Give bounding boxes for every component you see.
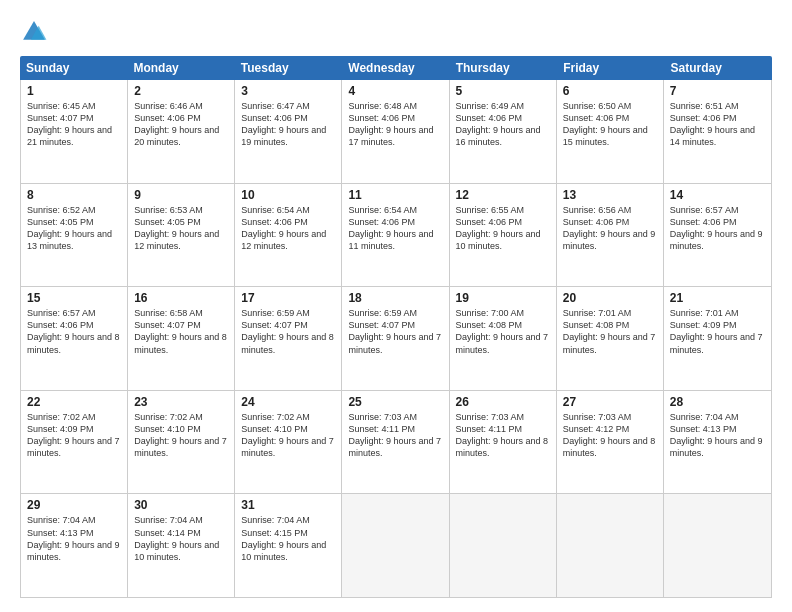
cell-info: Sunrise: 7:04 AMSunset: 4:13 PMDaylight:…: [670, 412, 763, 458]
cell-info: Sunrise: 7:01 AMSunset: 4:09 PMDaylight:…: [670, 308, 763, 354]
cell-info: Sunrise: 7:02 AMSunset: 4:10 PMDaylight:…: [134, 412, 227, 458]
cell-info: Sunrise: 6:59 AMSunset: 4:07 PMDaylight:…: [348, 308, 441, 354]
week-row-3: 15 Sunrise: 6:57 AMSunset: 4:06 PMDaylig…: [21, 287, 771, 391]
day-number: 5: [456, 84, 550, 98]
cell-info: Sunrise: 6:54 AMSunset: 4:06 PMDaylight:…: [241, 205, 326, 251]
page: SundayMondayTuesdayWednesdayThursdayFrid…: [0, 0, 792, 612]
day-number: 29: [27, 498, 121, 512]
day-number: 20: [563, 291, 657, 305]
day-number: 4: [348, 84, 442, 98]
calendar-body: 1 Sunrise: 6:45 AMSunset: 4:07 PMDayligh…: [20, 80, 772, 598]
cell-info: Sunrise: 7:03 AMSunset: 4:12 PMDaylight:…: [563, 412, 656, 458]
cell-info: Sunrise: 6:58 AMSunset: 4:07 PMDaylight:…: [134, 308, 227, 354]
day-cell-30: 30 Sunrise: 7:04 AMSunset: 4:14 PMDaylig…: [128, 494, 235, 597]
day-cell-3: 3 Sunrise: 6:47 AMSunset: 4:06 PMDayligh…: [235, 80, 342, 183]
header-day-tuesday: Tuesday: [235, 56, 342, 80]
logo: [20, 18, 52, 46]
day-number: 26: [456, 395, 550, 409]
calendar-header: SundayMondayTuesdayWednesdayThursdayFrid…: [20, 56, 772, 80]
week-row-1: 1 Sunrise: 6:45 AMSunset: 4:07 PMDayligh…: [21, 80, 771, 184]
day-cell-8: 8 Sunrise: 6:52 AMSunset: 4:05 PMDayligh…: [21, 184, 128, 287]
day-number: 30: [134, 498, 228, 512]
day-cell-12: 12 Sunrise: 6:55 AMSunset: 4:06 PMDaylig…: [450, 184, 557, 287]
day-number: 14: [670, 188, 765, 202]
day-cell-29: 29 Sunrise: 7:04 AMSunset: 4:13 PMDaylig…: [21, 494, 128, 597]
cell-info: Sunrise: 7:00 AMSunset: 4:08 PMDaylight:…: [456, 308, 549, 354]
header-day-wednesday: Wednesday: [342, 56, 449, 80]
day-number: 9: [134, 188, 228, 202]
day-cell-21: 21 Sunrise: 7:01 AMSunset: 4:09 PMDaylig…: [664, 287, 771, 390]
day-cell-15: 15 Sunrise: 6:57 AMSunset: 4:06 PMDaylig…: [21, 287, 128, 390]
day-number: 18: [348, 291, 442, 305]
day-cell-10: 10 Sunrise: 6:54 AMSunset: 4:06 PMDaylig…: [235, 184, 342, 287]
header-day-sunday: Sunday: [20, 56, 127, 80]
day-cell-19: 19 Sunrise: 7:00 AMSunset: 4:08 PMDaylig…: [450, 287, 557, 390]
day-cell-25: 25 Sunrise: 7:03 AMSunset: 4:11 PMDaylig…: [342, 391, 449, 494]
cell-info: Sunrise: 6:57 AMSunset: 4:06 PMDaylight:…: [670, 205, 763, 251]
cell-info: Sunrise: 6:49 AMSunset: 4:06 PMDaylight:…: [456, 101, 541, 147]
day-number: 2: [134, 84, 228, 98]
calendar: SundayMondayTuesdayWednesdayThursdayFrid…: [20, 56, 772, 598]
day-cell-17: 17 Sunrise: 6:59 AMSunset: 4:07 PMDaylig…: [235, 287, 342, 390]
day-number: 25: [348, 395, 442, 409]
day-number: 8: [27, 188, 121, 202]
day-cell-6: 6 Sunrise: 6:50 AMSunset: 4:06 PMDayligh…: [557, 80, 664, 183]
day-cell-16: 16 Sunrise: 6:58 AMSunset: 4:07 PMDaylig…: [128, 287, 235, 390]
day-cell-27: 27 Sunrise: 7:03 AMSunset: 4:12 PMDaylig…: [557, 391, 664, 494]
week-row-5: 29 Sunrise: 7:04 AMSunset: 4:13 PMDaylig…: [21, 494, 771, 597]
cell-info: Sunrise: 6:59 AMSunset: 4:07 PMDaylight:…: [241, 308, 334, 354]
day-number: 31: [241, 498, 335, 512]
cell-info: Sunrise: 7:04 AMSunset: 4:13 PMDaylight:…: [27, 515, 120, 561]
header: [20, 18, 772, 46]
day-cell-28: 28 Sunrise: 7:04 AMSunset: 4:13 PMDaylig…: [664, 391, 771, 494]
day-cell-4: 4 Sunrise: 6:48 AMSunset: 4:06 PMDayligh…: [342, 80, 449, 183]
day-number: 1: [27, 84, 121, 98]
day-number: 7: [670, 84, 765, 98]
cell-info: Sunrise: 6:48 AMSunset: 4:06 PMDaylight:…: [348, 101, 433, 147]
empty-cell: [664, 494, 771, 597]
day-cell-23: 23 Sunrise: 7:02 AMSunset: 4:10 PMDaylig…: [128, 391, 235, 494]
day-number: 16: [134, 291, 228, 305]
cell-info: Sunrise: 7:03 AMSunset: 4:11 PMDaylight:…: [456, 412, 549, 458]
week-row-4: 22 Sunrise: 7:02 AMSunset: 4:09 PMDaylig…: [21, 391, 771, 495]
day-number: 28: [670, 395, 765, 409]
cell-info: Sunrise: 6:57 AMSunset: 4:06 PMDaylight:…: [27, 308, 120, 354]
day-cell-11: 11 Sunrise: 6:54 AMSunset: 4:06 PMDaylig…: [342, 184, 449, 287]
day-number: 10: [241, 188, 335, 202]
day-number: 19: [456, 291, 550, 305]
day-cell-22: 22 Sunrise: 7:02 AMSunset: 4:09 PMDaylig…: [21, 391, 128, 494]
day-number: 11: [348, 188, 442, 202]
day-number: 21: [670, 291, 765, 305]
cell-info: Sunrise: 7:04 AMSunset: 4:14 PMDaylight:…: [134, 515, 219, 561]
cell-info: Sunrise: 7:01 AMSunset: 4:08 PMDaylight:…: [563, 308, 656, 354]
day-number: 12: [456, 188, 550, 202]
day-cell-31: 31 Sunrise: 7:04 AMSunset: 4:15 PMDaylig…: [235, 494, 342, 597]
day-number: 13: [563, 188, 657, 202]
day-cell-9: 9 Sunrise: 6:53 AMSunset: 4:05 PMDayligh…: [128, 184, 235, 287]
day-number: 27: [563, 395, 657, 409]
day-number: 3: [241, 84, 335, 98]
cell-info: Sunrise: 6:53 AMSunset: 4:05 PMDaylight:…: [134, 205, 219, 251]
empty-cell: [557, 494, 664, 597]
cell-info: Sunrise: 6:47 AMSunset: 4:06 PMDaylight:…: [241, 101, 326, 147]
day-cell-20: 20 Sunrise: 7:01 AMSunset: 4:08 PMDaylig…: [557, 287, 664, 390]
cell-info: Sunrise: 6:55 AMSunset: 4:06 PMDaylight:…: [456, 205, 541, 251]
cell-info: Sunrise: 7:03 AMSunset: 4:11 PMDaylight:…: [348, 412, 441, 458]
empty-cell: [450, 494, 557, 597]
day-cell-1: 1 Sunrise: 6:45 AMSunset: 4:07 PMDayligh…: [21, 80, 128, 183]
day-number: 17: [241, 291, 335, 305]
header-day-monday: Monday: [127, 56, 234, 80]
cell-info: Sunrise: 6:51 AMSunset: 4:06 PMDaylight:…: [670, 101, 755, 147]
cell-info: Sunrise: 7:02 AMSunset: 4:09 PMDaylight:…: [27, 412, 120, 458]
cell-info: Sunrise: 7:04 AMSunset: 4:15 PMDaylight:…: [241, 515, 326, 561]
week-row-2: 8 Sunrise: 6:52 AMSunset: 4:05 PMDayligh…: [21, 184, 771, 288]
cell-info: Sunrise: 7:02 AMSunset: 4:10 PMDaylight:…: [241, 412, 334, 458]
day-number: 22: [27, 395, 121, 409]
day-cell-2: 2 Sunrise: 6:46 AMSunset: 4:06 PMDayligh…: [128, 80, 235, 183]
cell-info: Sunrise: 6:56 AMSunset: 4:06 PMDaylight:…: [563, 205, 656, 251]
day-number: 15: [27, 291, 121, 305]
day-cell-5: 5 Sunrise: 6:49 AMSunset: 4:06 PMDayligh…: [450, 80, 557, 183]
header-day-thursday: Thursday: [450, 56, 557, 80]
empty-cell: [342, 494, 449, 597]
header-day-saturday: Saturday: [665, 56, 772, 80]
